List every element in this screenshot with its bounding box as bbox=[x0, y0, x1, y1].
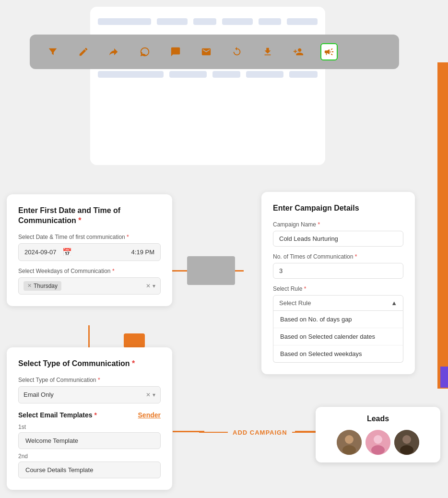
date-card-title: Enter First Date and Time of Communicati… bbox=[18, 206, 161, 226]
chevron-up-icon: ▲ bbox=[391, 299, 397, 307]
avatars-row bbox=[325, 430, 431, 455]
type-label: Select Type of Communication * bbox=[18, 377, 161, 383]
type-clear-chevron[interactable]: ✕ ▾ bbox=[146, 391, 155, 398]
clear-chevron[interactable]: ✕ ▾ bbox=[146, 283, 155, 289]
email-only-value: Email Only bbox=[24, 391, 54, 398]
template-1-idx: 1st bbox=[18, 424, 161, 430]
chevron-down-type-icon[interactable]: ▾ bbox=[153, 391, 155, 398]
select-rule-label: Select Rule * bbox=[273, 285, 403, 292]
rule-dropdown-menu: Based on No. of days gap Based on Select… bbox=[273, 311, 403, 363]
templates-header: Select Email Templates * Sender bbox=[18, 411, 161, 419]
select-rule-container: Select Rule ▲ Based on No. of days gap B… bbox=[273, 295, 403, 363]
weekdays-label: Select Weekdays of Communication * bbox=[18, 268, 161, 274]
purple-rect bbox=[440, 367, 448, 388]
calendar-icon[interactable]: 📅 bbox=[62, 248, 72, 257]
svg-point-2 bbox=[342, 445, 356, 455]
download-icon[interactable] bbox=[259, 43, 276, 60]
whatsapp-icon[interactable] bbox=[136, 43, 153, 60]
svg-point-4 bbox=[374, 435, 382, 444]
svg-point-7 bbox=[402, 435, 411, 444]
template-2-item[interactable]: Course Details Template bbox=[18, 462, 161, 478]
no-of-times-label: No. of Times of Communication * bbox=[273, 253, 403, 260]
clear-icon[interactable]: ✕ bbox=[146, 283, 151, 289]
clear-type-icon[interactable]: ✕ bbox=[146, 391, 151, 398]
leads-card: Leads bbox=[316, 407, 440, 462]
rule-option-3[interactable]: Based on Selected weekdays bbox=[273, 345, 403, 362]
person-add-icon[interactable] bbox=[290, 43, 307, 60]
date-row[interactable]: 2024-09-07 📅 4:19 PM bbox=[18, 243, 161, 261]
email-icon[interactable] bbox=[198, 43, 215, 60]
gray-connector bbox=[187, 256, 235, 285]
templates-title: Select Email Templates * bbox=[18, 411, 97, 419]
main-preview-card bbox=[90, 7, 325, 165]
thursday-label: Thursday bbox=[34, 283, 58, 289]
add-campaign-line-left bbox=[199, 432, 228, 433]
forward-icon[interactable] bbox=[106, 43, 123, 60]
add-campaign-label[interactable]: ADD CAMPAIGN bbox=[233, 429, 287, 436]
refresh-icon[interactable] bbox=[228, 43, 246, 60]
sender-link[interactable]: Sender bbox=[138, 411, 161, 419]
avatar-2 bbox=[365, 430, 390, 455]
remove-thursday-icon[interactable]: ✕ bbox=[27, 283, 32, 289]
orange-bar-right bbox=[437, 62, 448, 389]
campaign-name-input[interactable] bbox=[273, 231, 403, 247]
campaign-name-label: Campaign Name * bbox=[273, 221, 403, 228]
weekdays-selector[interactable]: ✕ Thursday ✕ ▾ bbox=[18, 277, 161, 295]
type-selector[interactable]: Email Only ✕ ▾ bbox=[18, 386, 161, 403]
comm-type-card: Select Type of Communication * Select Ty… bbox=[7, 347, 172, 490]
template-2-idx: 2nd bbox=[18, 453, 161, 460]
no-of-times-input[interactable] bbox=[273, 263, 403, 279]
template-1-item[interactable]: Welcome Template bbox=[18, 432, 161, 449]
time-value: 4:19 PM bbox=[131, 249, 154, 256]
date-card: Enter First Date and Time of Communicati… bbox=[7, 194, 172, 306]
svg-point-5 bbox=[371, 445, 385, 455]
avatar-3 bbox=[394, 430, 419, 455]
toolbar-card bbox=[30, 35, 399, 69]
thursday-tag[interactable]: ✕ Thursday bbox=[24, 281, 61, 291]
date-field-label: Select Date & Time of first communicatio… bbox=[18, 234, 161, 240]
chat-icon[interactable] bbox=[167, 43, 184, 60]
filter-icon[interactable] bbox=[44, 43, 61, 60]
select-rule-placeholder: Select Rule bbox=[279, 299, 311, 307]
svg-point-1 bbox=[345, 435, 354, 444]
leads-title: Leads bbox=[325, 415, 431, 423]
edit-icon[interactable] bbox=[75, 43, 92, 60]
orange-connector-box bbox=[124, 333, 145, 348]
date-value: 2024-09-07 bbox=[24, 249, 57, 256]
rule-option-1[interactable]: Based on No. of days gap bbox=[273, 311, 403, 328]
campaign-card: Enter Campaign Details Campaign Name * N… bbox=[261, 192, 415, 374]
select-rule-dropdown[interactable]: Select Rule ▲ bbox=[273, 295, 403, 311]
campaign-card-title: Enter Campaign Details bbox=[273, 203, 403, 213]
chevron-down-icon[interactable]: ▾ bbox=[153, 283, 155, 289]
avatar-1 bbox=[337, 430, 362, 455]
svg-point-8 bbox=[400, 445, 413, 455]
campaign-icon[interactable] bbox=[320, 43, 338, 60]
rule-option-2[interactable]: Based on Selected calender dates bbox=[273, 328, 403, 345]
comm-type-title: Select Type of Communication * bbox=[18, 359, 161, 369]
